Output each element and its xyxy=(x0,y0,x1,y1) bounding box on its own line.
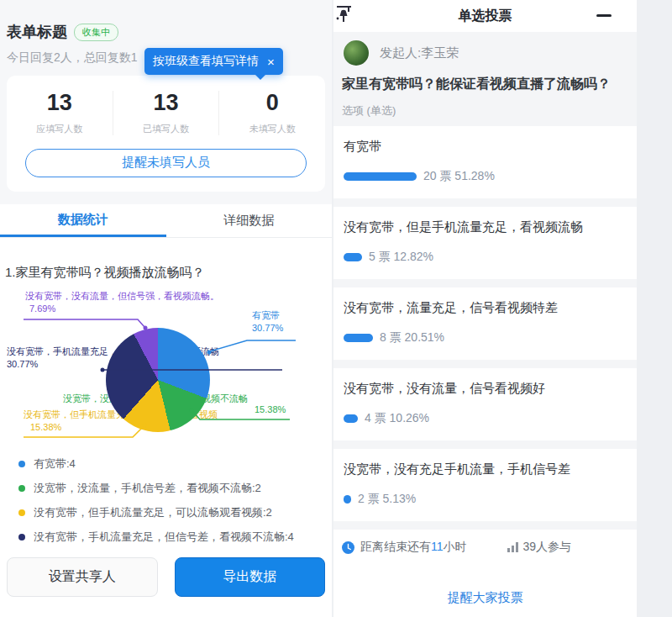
vote-option-4[interactable]: 没有宽带，没有流量，信号看视频好 4 票 10.26% xyxy=(333,368,637,440)
option-votes: 4 票 10.26% xyxy=(365,411,429,426)
form-title: 表单标题 xyxy=(7,22,67,42)
vote-option-1[interactable]: 有宽带 20 票 51.28% xyxy=(333,126,637,198)
tab-bar: 数据统计 详细数据 xyxy=(0,204,332,238)
legend-dot-blue xyxy=(18,461,25,467)
stat-expected: 13 应填写人数 xyxy=(7,91,113,135)
vote-question: 家里有宽带吗？能保证看视频直播了流畅吗？ xyxy=(333,72,637,93)
clock-icon xyxy=(342,541,354,554)
stat-value: 13 xyxy=(7,91,113,116)
participants: 39人参与 xyxy=(507,540,572,555)
option-label: 没有宽带，没有流量，信号看视频好 xyxy=(344,381,627,397)
legend-item: 没有宽带，手机流量充足，但信号差，看视频不流畅:4 xyxy=(18,525,332,549)
form-header: 表单标题 收集中 xyxy=(7,22,118,42)
export-data-button[interactable]: 导出数据 xyxy=(175,557,326,597)
bottom-action-bar: 设置共享人 导出数据 xyxy=(7,557,325,597)
pie-pct-green: 15.38% xyxy=(255,403,286,416)
option-bar xyxy=(344,495,351,504)
pie-label-purple: 没有宽带，没有流量，但信号强，看视频流畅。 7.69% xyxy=(25,290,219,315)
remind-vote-link[interactable]: 提醒大家投票 xyxy=(333,590,637,606)
tab-detailed-data[interactable]: 详细数据 xyxy=(166,204,333,237)
legend-item: 没宽带，没流量，手机信号差，看视频不流畅:2 xyxy=(18,476,332,500)
close-icon[interactable]: × xyxy=(267,55,275,68)
initiator-row: 发起人:李玉荣 xyxy=(333,32,637,72)
vote-panel: 单选投票 发起人:李玉荣 家里有宽带吗？能保证看视频直播了流畅吗？ 选项 (单选… xyxy=(333,0,637,617)
stat-label: 未填写人数 xyxy=(219,123,325,135)
pie-chart xyxy=(106,328,210,432)
stat-value: 0 xyxy=(219,91,325,116)
remind-unfilled-button[interactable]: 提醒未填写人员 xyxy=(25,149,307,177)
option-label: 没宽带，没有充足手机流量，手机信号差 xyxy=(344,461,627,477)
fill-stats-card: 13 应填写人数 13 已填写人数 0 未填写人数 提醒未填写人员 xyxy=(7,76,325,192)
pie-chart-region: 没有宽带，没有流量，但信号强，看视频流畅。 7.69% 有宽带 30.77% 没… xyxy=(0,283,332,450)
stat-label: 应填写人数 xyxy=(7,123,113,135)
vote-header: 单选投票 xyxy=(333,0,637,32)
statistics-section: 数据统计 详细数据 1.家里有宽带吗？视频播放流畅吗？ 没有宽带，没有流量，但信… xyxy=(0,204,332,617)
chart-question-title: 1.家里有宽带吗？视频播放流畅吗？ xyxy=(5,265,332,281)
option-bar xyxy=(344,253,362,261)
options-label: 选项 (单选) xyxy=(333,93,637,126)
minimize-icon[interactable] xyxy=(596,14,612,17)
legend-item: 有宽带:4 xyxy=(18,451,332,476)
collecting-status-badge: 收集中 xyxy=(74,24,118,41)
stat-filled: 13 已填写人数 xyxy=(113,91,219,135)
countdown-text: 距离结束还有11小时 xyxy=(360,540,467,555)
vote-footer: 距离结束还有11小时 39人参与 提醒大家投票 xyxy=(333,530,637,617)
initiator-name: 发起人:李玉荣 xyxy=(380,45,459,61)
vote-title: 单选投票 xyxy=(459,8,512,25)
vote-option-2[interactable]: 没有宽带，但是手机流量充足，看视频流畅 5 票 12.82% xyxy=(333,207,637,279)
legend-dot-yellow xyxy=(18,509,25,516)
stat-unfilled: 0 未填写人数 xyxy=(218,91,325,135)
option-label: 有宽带 xyxy=(344,139,627,155)
option-votes: 20 票 51.28% xyxy=(423,169,495,184)
option-label: 没有宽带，流量充足，信号看视频特差 xyxy=(344,300,627,316)
countdown-value: 11 xyxy=(431,540,444,553)
legend-dot-green xyxy=(18,485,25,492)
option-votes: 5 票 12.82% xyxy=(369,250,433,265)
vote-option-5[interactable]: 没宽带，没有充足手机流量，手机信号差 2 票 5.13% xyxy=(333,449,637,521)
option-bar xyxy=(344,414,358,423)
tooltip-text: 按班级查看填写详情 xyxy=(153,54,259,69)
option-votes: 8 票 20.51% xyxy=(380,330,444,345)
legend-dot-navy xyxy=(18,534,25,541)
class-detail-tooltip[interactable]: 按班级查看填写详情 × xyxy=(144,48,283,75)
stat-value: 13 xyxy=(113,91,219,116)
option-label: 没有宽带，但是手机流量充足，看视频流畅 xyxy=(344,219,627,235)
option-votes: 2 票 5.13% xyxy=(358,492,416,507)
pie-label-blue: 有宽带 30.77% xyxy=(252,309,283,335)
pin-icon[interactable] xyxy=(335,4,354,29)
stat-label: 已填写人数 xyxy=(113,123,219,135)
reply-summary: 今日回复2人，总回复数1 xyxy=(7,50,138,66)
avatar[interactable] xyxy=(344,40,369,66)
set-sharers-button[interactable]: 设置共享人 xyxy=(7,557,158,597)
option-bar xyxy=(344,172,417,181)
option-bar xyxy=(344,334,373,342)
bar-chart-icon xyxy=(507,542,519,552)
vote-option-3[interactable]: 没有宽带，流量充足，信号看视频特差 8 票 20.51% xyxy=(333,287,637,360)
chart-legend: 有宽带:4 没宽带，没流量，手机信号差，看视频不流畅:2 没有宽带，但手机流量充… xyxy=(18,451,332,549)
legend-item: 没有宽带，但手机流量充足，可以流畅观看视频:2 xyxy=(18,500,332,525)
form-stats-panel: 表单标题 收集中 今日回复2人，总回复数1 按班级查看填写详情 × 13 应填写… xyxy=(0,0,332,617)
tab-data-statistics[interactable]: 数据统计 xyxy=(0,204,166,237)
